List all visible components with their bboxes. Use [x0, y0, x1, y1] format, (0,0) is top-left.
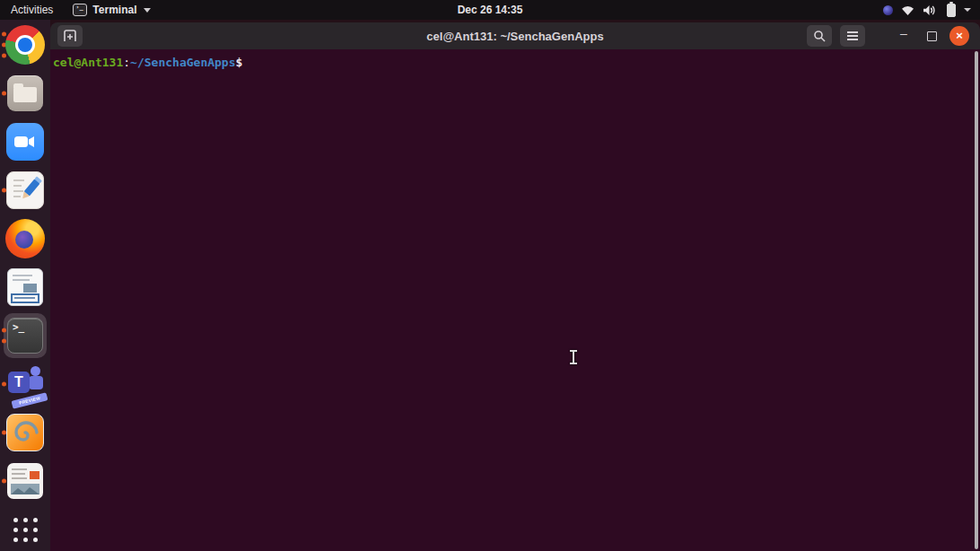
window-titlebar[interactable]: cel@Ant131: ~/SenchaGenApps – × [50, 22, 980, 49]
dock-item-teams[interactable]: T PREVIEW [0, 363, 50, 405]
battery-icon [947, 4, 956, 17]
search-icon [813, 30, 826, 42]
close-button[interactable]: × [949, 26, 969, 46]
running-indicator [2, 92, 6, 96]
terminal-scrollbar[interactable] [975, 51, 978, 549]
terminal-icon [7, 318, 43, 354]
prompt-user-host: cel@Ant131 [53, 56, 123, 69]
dock: T PREVIEW [0, 20, 50, 551]
libreoffice-document-icon [7, 268, 43, 306]
prompt-separator: : [123, 56, 130, 69]
firefox-icon [5, 219, 45, 258]
dock-item-firefox[interactable] [0, 218, 50, 259]
restore-icon [927, 31, 937, 41]
text-editor-icon [6, 171, 44, 209]
running-indicator [2, 188, 6, 193]
top-bar-left: Activities Terminal [0, 0, 160, 20]
teams-icon: T PREVIEW [6, 365, 44, 403]
files-icon [7, 75, 43, 111]
search-button[interactable] [807, 25, 832, 47]
minimize-button[interactable]: – [894, 23, 914, 48]
new-tab-button[interactable] [57, 25, 83, 47]
dock-item-show-applications[interactable] [0, 509, 50, 550]
dock-item-zoom[interactable] [0, 121, 50, 162]
dock-item-swirl-app[interactable] [0, 412, 50, 453]
app-menu-button[interactable]: Terminal [64, 0, 160, 20]
terminal-prompt: cel@Ant131:~/SenchaGenApps$ [50, 49, 980, 70]
running-indicator [2, 479, 6, 484]
prompt-symbol: $ [236, 56, 243, 69]
dock-item-document-viewer[interactable] [0, 460, 50, 502]
system-tray[interactable] [883, 0, 980, 20]
terminal-mini-icon [73, 4, 87, 16]
chevron-down-icon [144, 8, 151, 13]
volume-icon [923, 4, 937, 16]
zoom-icon [6, 123, 44, 161]
dock-item-files[interactable] [0, 73, 50, 114]
terminal-content[interactable]: cel@Ant131:~/SenchaGenApps$ [50, 49, 980, 551]
hamburger-menu-icon [846, 31, 859, 41]
dock-item-text-editor[interactable] [0, 170, 50, 211]
terminal-window: cel@Ant131: ~/SenchaGenApps – × ce [50, 22, 980, 551]
menu-button[interactable] [840, 25, 865, 47]
document-viewer-icon [7, 463, 43, 499]
running-indicator [2, 328, 6, 344]
chrome-icon [5, 25, 45, 65]
prompt-path: ~/SenchaGenApps [130, 56, 235, 69]
dock-item-chrome[interactable] [0, 24, 50, 66]
teams-preview-ribbon: PREVIEW [12, 392, 48, 408]
new-tab-icon [63, 30, 77, 42]
app-indicator-icon[interactable] [883, 5, 893, 15]
restore-button[interactable] [922, 26, 941, 46]
swirl-app-icon [6, 414, 44, 451]
caret-down-icon [964, 8, 971, 12]
running-indicator [2, 431, 6, 435]
activities-button[interactable]: Activities [0, 0, 64, 20]
app-menu-label: Terminal [92, 4, 136, 16]
top-bar: Activities Terminal Dec 26 14:35 [0, 0, 980, 20]
dock-item-libreoffice[interactable] [0, 267, 50, 308]
dock-item-terminal[interactable] [0, 315, 50, 356]
show-applications-icon [13, 518, 38, 542]
wifi-icon [901, 4, 914, 16]
